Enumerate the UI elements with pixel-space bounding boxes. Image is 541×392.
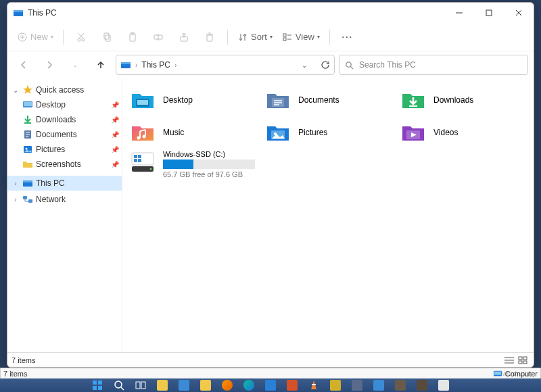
taskbar-gimp[interactable] [390,379,410,391]
svg-point-62 [150,168,152,170]
taskbar-app2[interactable] [325,379,346,391]
taskbar-writer[interactable] [260,379,281,391]
svg-point-52 [143,135,146,139]
svg-rect-75 [98,386,102,390]
svg-rect-78 [136,382,140,389]
address-bar[interactable]: › This PC › ⌄ [116,55,335,75]
address-dropdown-icon[interactable]: ⌄ [302,62,307,69]
cut-button[interactable] [69,26,93,48]
folder-pictures[interactable]: Pictures [260,116,396,149]
videos-folder-icon [401,120,425,145]
sidebar-item-documents[interactable]: Documents 📌 [7,127,122,142]
recent-button[interactable]: ⌄ [64,54,86,76]
svg-rect-42 [23,196,27,199]
explorer-window: This PC New ▾ Sort ▾ View ▾ ··· [7,2,534,368]
svg-rect-3 [486,10,492,16]
minimize-button[interactable] [444,3,474,23]
taskbar [0,378,541,392]
sidebar-quick-access[interactable]: ⌄ Quick access [7,82,122,97]
body: ⌄ Quick access Desktop 📌 Downloads 📌 Doc… [7,78,534,352]
sidebar-item-downloads[interactable]: Downloads 📌 [7,112,122,127]
download-icon [22,114,33,125]
taskbar-app4[interactable] [369,379,389,391]
sort-button[interactable]: Sort ▾ [233,26,277,48]
taskbar-search[interactable] [109,379,129,391]
window-title: This PC [28,8,57,18]
pin-icon: 📌 [111,101,119,109]
desktop-icon [22,99,33,110]
taskbar-app3[interactable] [347,379,367,391]
sidebar-item-pictures[interactable]: Pictures 📌 [7,142,122,157]
folder-downloads[interactable]: Downloads [396,84,531,116]
close-button[interactable] [504,3,534,23]
svg-point-76 [115,381,122,388]
rename-button[interactable] [146,26,170,48]
svg-rect-79 [141,382,145,389]
documents-folder-icon [266,88,290,112]
chevron-right-icon[interactable]: › [11,196,20,203]
taskbar-app1[interactable] [195,379,216,391]
taskbar-app5[interactable] [412,379,432,391]
search-placeholder: Search This PC [359,60,416,70]
document-icon [22,129,33,140]
chevron-right-icon[interactable]: › [11,180,20,187]
star-icon [22,84,33,95]
taskbar-app6[interactable] [433,379,454,391]
svg-rect-58 [138,155,141,158]
svg-rect-73 [98,381,102,385]
svg-rect-1 [14,10,23,12]
taskbar-explorer[interactable] [152,379,172,391]
drive-usage-bar [163,160,255,169]
taskbar-firefox[interactable] [217,379,237,391]
share-button[interactable] [172,26,196,48]
paste-button[interactable] [120,26,145,48]
svg-rect-59 [134,159,137,162]
drive-c[interactable]: Windows-SSD (C:) 65.7 GB free of 97.6 GB [125,149,260,180]
chevron-right-icon: › [174,62,177,69]
svg-line-77 [121,387,124,390]
sidebar-this-pc[interactable]: › This PC [7,176,122,191]
taskbar-edge[interactable] [239,379,259,391]
folder-music[interactable]: Music [125,116,260,149]
more-button[interactable]: ··· [335,26,360,48]
sidebar-item-desktop[interactable]: Desktop 📌 [7,97,122,112]
forward-button[interactable] [39,54,60,76]
sidebar-network[interactable]: › Network [7,192,122,207]
refresh-icon[interactable] [321,60,330,70]
folder-documents[interactable]: Documents [260,84,396,116]
taskbar-taskview[interactable] [131,379,151,391]
drive-free-text: 65.7 GB free of 97.6 GB [163,170,255,178]
folder-desktop[interactable]: Desktop [125,84,260,116]
taskbar-vlc[interactable] [304,379,324,391]
search-input[interactable]: Search This PC [339,55,528,75]
chevron-right-icon: › [135,62,137,69]
folder-videos[interactable]: Videos [396,116,531,149]
new-button[interactable]: New ▾ [13,26,57,48]
svg-rect-57 [134,155,137,158]
delete-button[interactable] [197,26,222,48]
svg-point-10 [82,39,85,41]
maximize-button[interactable] [474,3,504,23]
svg-rect-28 [121,62,131,64]
taskbar-start[interactable] [87,379,108,391]
view-thumbnails-button[interactable] [516,355,530,366]
pin-icon: 📌 [111,146,119,153]
svg-line-11 [78,33,83,39]
breadcrumb-root[interactable]: This PC [141,60,170,70]
pictures-icon [22,144,33,155]
svg-rect-72 [93,381,97,385]
view-button[interactable]: View ▾ [278,26,324,48]
copy-button[interactable] [95,26,119,48]
desktop-folder-icon [131,88,155,112]
svg-rect-68 [519,361,522,364]
back-button[interactable] [13,54,34,76]
taskbar-settings[interactable] [174,379,194,391]
chevron-down-icon[interactable]: ⌄ [11,87,20,94]
svg-line-12 [79,33,84,39]
view-details-button[interactable] [502,355,516,366]
command-toolbar: New ▾ Sort ▾ View ▾ ··· [7,23,534,51]
sidebar-item-screenshots[interactable]: Screenshots 📌 [7,157,122,172]
svg-rect-13 [104,33,109,39]
taskbar-impress[interactable] [282,379,302,391]
up-button[interactable] [90,54,112,76]
